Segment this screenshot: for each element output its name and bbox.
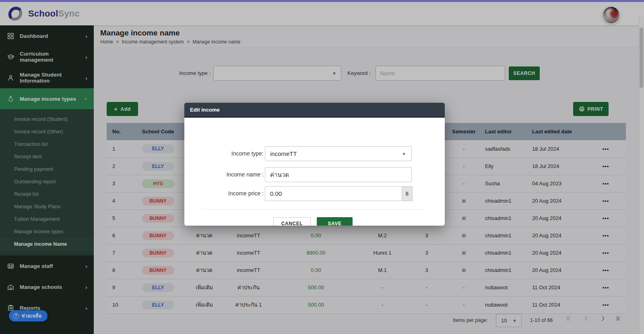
chevron-down-icon: ▼ — [402, 147, 406, 161]
modal-income-price-input[interactable] — [265, 186, 402, 201]
modal-income-name-label: Income name : — [192, 171, 264, 178]
cancel-button[interactable]: CANCEL — [273, 217, 311, 226]
modal-income-type-select[interactable]: incomeTT ▼ — [265, 146, 412, 161]
modal-income-type-label: Income type: — [192, 150, 264, 157]
edit-income-modal: Edit income Income type: incomeTT ▼ Inco… — [184, 103, 445, 226]
modal-income-price-label: Income price : — [192, 190, 264, 197]
modal-divider — [202, 209, 424, 210]
baht-currency-button[interactable]: ฿ — [402, 186, 413, 201]
modal-income-name-input[interactable] — [265, 167, 412, 182]
modal-title: Edit income — [184, 103, 445, 118]
save-button[interactable]: SAVE — [317, 217, 353, 226]
